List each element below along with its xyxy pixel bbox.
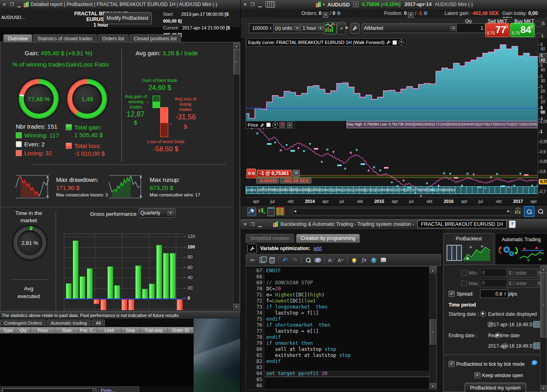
search-icon[interactable] bbox=[303, 255, 313, 265]
sell-marker-icon[interactable]: ▼ bbox=[280, 122, 285, 128]
help-doc-icon[interactable]: ? bbox=[509, 221, 516, 228]
chart-titlebar[interactable]: ✕ ❐ ▁ ▼ AUDUSD i 0,75806 (+0,15%) 2017-a… bbox=[241, 0, 547, 9]
qty-input[interactable]: 1 bbox=[456, 23, 485, 33]
copy-icon[interactable] bbox=[257, 255, 267, 265]
system-name-box[interactable]: FRACTAL BREAKOUT EURUSD 1H bbox=[418, 220, 507, 228]
maximize-icon[interactable]: ❐ bbox=[251, 222, 255, 227]
chart-h-scrollbar[interactable]: ◀ ▶ bbox=[292, 208, 511, 215]
export-chart-icon[interactable] bbox=[514, 207, 522, 215]
maximize-icon[interactable]: ❐ bbox=[251, 2, 255, 7]
minimize-icon[interactable]: ▁ bbox=[258, 222, 261, 227]
chart-type-button[interactable] bbox=[324, 22, 337, 34]
column-orderid[interactable]: Order ID bbox=[168, 327, 194, 334]
redo-icon[interactable]: ↷ bbox=[290, 255, 300, 265]
column-gain[interactable]: Gain bbox=[55, 327, 79, 334]
scroll-down-arrow[interactable]: ▼ bbox=[430, 383, 436, 390]
column-limit[interactable]: Limit bbox=[97, 327, 121, 334]
print-icon[interactable] bbox=[378, 255, 388, 265]
tab-simplified-creation[interactable]: Simplified creation bbox=[246, 234, 294, 243]
max-unit-dropdown[interactable]: $ / order▼ bbox=[507, 279, 545, 288]
help-icon[interactable]: ? bbox=[369, 255, 378, 265]
starting-earliest-radio[interactable] bbox=[480, 311, 486, 317]
min-input[interactable]: 0 bbox=[480, 269, 507, 277]
position-settings-icon[interactable]: ⚙ bbox=[423, 10, 428, 16]
buy-marker-icon[interactable]: ▲ bbox=[287, 122, 292, 128]
orders-tab-all[interactable]: All bbox=[92, 319, 105, 326]
minimize-panel-icon[interactable] bbox=[393, 40, 397, 45]
panel-scrollbar[interactable]: ▲ ≡ ▼ bbox=[540, 265, 547, 392]
code-line-73[interactable]: if longonmarket then bbox=[266, 304, 429, 310]
tab-probacktest[interactable]: ProBacktest bbox=[443, 233, 494, 265]
column-qty[interactable]: Qty bbox=[16, 327, 31, 334]
undo-icon[interactable]: ↶ bbox=[280, 255, 290, 265]
spread-input[interactable]: 0.8 ▲▼ bbox=[480, 290, 508, 298]
tick-mode-checkbox[interactable]: ✓ bbox=[449, 361, 455, 367]
max-input[interactable]: 0 bbox=[480, 279, 507, 287]
price-header[interactable]: Price ✕ ▼ ▲ bbox=[246, 121, 294, 129]
preferences-link[interactable]: Prefe... bbox=[101, 388, 115, 392]
lightbulb-icon[interactable] bbox=[349, 255, 359, 265]
close-panel-icon[interactable]: ✕ bbox=[272, 122, 278, 128]
info-icon[interactable]: i bbox=[353, 2, 359, 7]
equity-header[interactable]: Equity curve: FRACTAL BREAKOUT EURUSD 1H… bbox=[246, 38, 406, 46]
scroll-right-icon[interactable]: ▶ bbox=[507, 209, 510, 213]
backtesting-titlebar[interactable]: ✕ ❐ ▁ Backtesting & Automatic Trading - … bbox=[241, 219, 547, 230]
tab-creation-by-programming[interactable]: Creation by programming bbox=[296, 234, 359, 243]
modify-probacktest-button[interactable]: Modify ProBacktest bbox=[103, 12, 152, 24]
clear-search-icon[interactable]: ✕ bbox=[92, 389, 95, 392]
close-position-icon[interactable]: ✕ bbox=[408, 12, 413, 18]
orders-settings-icon[interactable]: ⚙ bbox=[336, 10, 341, 16]
cancel-orders-icon[interactable]: ✕ bbox=[323, 12, 328, 18]
font-decrease-icon[interactable]: A⁻ bbox=[326, 255, 336, 265]
zoom-out-icon[interactable] bbox=[536, 207, 545, 216]
code-line-72[interactable]: f=Lowest[DC](low) bbox=[266, 298, 429, 304]
search-input[interactable]: ✕ bbox=[2, 388, 96, 392]
stop-checkbox[interactable] bbox=[535, 21, 541, 27]
code-line-79[interactable]: if onmarket then bbox=[266, 340, 429, 346]
close-icon[interactable]: ✕ bbox=[243, 222, 247, 227]
editor-scrollbar[interactable]: ▲ ≡ ▼ bbox=[429, 267, 436, 390]
scroll-thumb[interactable]: ≡ bbox=[234, 49, 239, 74]
scroll-thumb[interactable]: ≡ bbox=[541, 272, 547, 338]
code-line-71[interactable]: e= Highest[DC](high) bbox=[266, 292, 429, 298]
gross-period-dropdown[interactable]: Quarterly▼ bbox=[138, 208, 175, 218]
minimize-panel-icon[interactable] bbox=[266, 123, 271, 127]
column-price[interactable]: Price bbox=[31, 327, 55, 334]
tick-mode-info-icon[interactable] bbox=[532, 360, 537, 365]
code-line-76[interactable]: if shortonmarket then bbox=[266, 322, 429, 328]
code-line-78[interactable]: endif bbox=[266, 334, 429, 340]
symbol-dropdown-caret[interactable]: ▼ bbox=[322, 3, 326, 6]
max-checkbox[interactable] bbox=[461, 280, 467, 286]
draw-tool-icon[interactable] bbox=[247, 207, 256, 216]
minimize-icon[interactable]: ▁ bbox=[17, 2, 21, 7]
column-trailstop[interactable]: Trail.stop bbox=[140, 327, 168, 334]
keyboard-icon[interactable] bbox=[265, 1, 275, 8]
code-line-86[interactable] bbox=[266, 383, 429, 389]
code-line-69[interactable]: // DONCHIAN STOP bbox=[266, 280, 429, 286]
wrench-icon[interactable] bbox=[386, 40, 391, 45]
units-dropdown[interactable]: (x) units▼ bbox=[273, 23, 302, 33]
spread-checkbox[interactable]: ✓ bbox=[449, 291, 455, 297]
buy-mkt-button[interactable]: 0,75 84 3 bbox=[510, 23, 534, 37]
report-scrollbar[interactable]: ▲ ≡ ▼ bbox=[233, 42, 240, 311]
code-editor[interactable]: 6768697071727374757677787980818283848586… bbox=[246, 266, 437, 390]
code-line-67[interactable]: ENDIF bbox=[266, 268, 429, 274]
code-line-83[interactable] bbox=[266, 365, 429, 371]
column-stop[interactable]: Stop bbox=[121, 327, 140, 334]
wrench-icon[interactable] bbox=[260, 123, 265, 127]
close-position-tag-icon[interactable]: ✕ bbox=[292, 170, 300, 177]
code-line-68[interactable] bbox=[266, 274, 429, 280]
scroll-left-icon[interactable]: ◀ bbox=[294, 209, 296, 213]
code-line-80[interactable]: sell at laststop stop bbox=[266, 346, 429, 352]
code-line-85[interactable] bbox=[266, 377, 429, 383]
report-titlebar[interactable]: ✕ ❐ ▁ Detailed report | ProBacktest | FR… bbox=[0, 0, 240, 9]
orders-tab-automatic-trading[interactable]: Automatic trading bbox=[47, 319, 91, 326]
order-settings-wrench-icon[interactable] bbox=[351, 23, 359, 33]
zoom-in-icon[interactable] bbox=[524, 206, 534, 217]
code-line-81[interactable]: exitshort at laststop stop bbox=[266, 352, 429, 359]
position-tag[interactable]: -1 @ 0,75361 bbox=[257, 170, 292, 177]
close-panel-icon[interactable]: ✕ bbox=[399, 40, 404, 45]
orders-tab-contingent-orders[interactable]: Contingent Orders bbox=[0, 319, 46, 326]
column-posc[interactable]: Pos. C... bbox=[79, 327, 97, 334]
probacktest-my-system-button[interactable]: ProBacktest my system bbox=[465, 383, 526, 392]
